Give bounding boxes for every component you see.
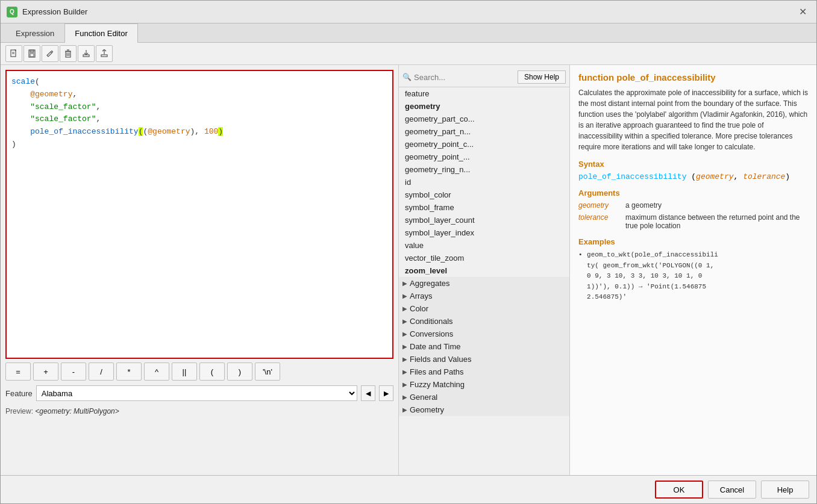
op-close-paren[interactable]: ) bbox=[227, 362, 252, 381]
syntax-param-geometry: geometry bbox=[696, 172, 733, 181]
edit-button[interactable] bbox=[42, 45, 58, 62]
fn-symbol-color[interactable]: symbol_color bbox=[399, 188, 569, 201]
new-button[interactable] bbox=[5, 45, 22, 62]
tab-bar: Expression Function Editor bbox=[1, 23, 816, 43]
export-button[interactable] bbox=[96, 45, 113, 62]
chevron-right-icon: ▶ bbox=[402, 343, 407, 350]
cancel-button[interactable]: Cancel bbox=[708, 481, 756, 499]
fn-zoom-level[interactable]: zoom_level bbox=[399, 264, 569, 277]
op-multiply[interactable]: * bbox=[116, 362, 142, 381]
op-minus[interactable]: - bbox=[61, 362, 86, 381]
fn-group-datetime-label: Date and Time bbox=[410, 342, 461, 351]
help-syntax: pole_of_inaccessibility (geometry, toler… bbox=[578, 172, 808, 181]
arg-geometry-desc: a geometry bbox=[625, 201, 662, 210]
fn-group-fuzzy-label: Fuzzy Matching bbox=[410, 380, 465, 389]
op-divide[interactable]: / bbox=[89, 362, 114, 381]
right-panel: function pole_of_inaccessibility Calcula… bbox=[569, 65, 816, 475]
fn-geometry-ring-n[interactable]: geometry_ring_n... bbox=[399, 163, 569, 176]
tab-expression[interactable]: Expression bbox=[5, 23, 64, 43]
tab-function-editor[interactable]: Function Editor bbox=[64, 23, 137, 43]
fn-id[interactable]: id bbox=[399, 176, 569, 188]
title-bar: Q Expression Builder ✕ bbox=[1, 1, 816, 23]
code-line-3: "scale_factor", bbox=[11, 101, 387, 114]
expression-builder-dialog: Q Expression Builder ✕ Expression Functi… bbox=[0, 0, 817, 504]
search-input[interactable] bbox=[414, 70, 515, 84]
toolbar bbox=[1, 43, 816, 65]
svg-rect-5 bbox=[30, 54, 34, 57]
arg-tolerance-desc: maximum distance between the returned po… bbox=[625, 213, 808, 230]
fn-symbol-layer-count[interactable]: symbol_layer_count bbox=[399, 214, 569, 226]
fn-geometry-point-c[interactable]: geometry_point_c... bbox=[399, 138, 569, 151]
fn-group-files-label: Files and Paths bbox=[410, 367, 464, 376]
preview-label: Preview: bbox=[5, 407, 33, 415]
svg-rect-14 bbox=[101, 55, 107, 57]
ok-button[interactable]: OK bbox=[655, 481, 703, 499]
preview-row: Preview: <geometry: MultiPolygon> bbox=[5, 406, 393, 417]
help-arguments-label: Arguments bbox=[578, 188, 808, 198]
op-newline[interactable]: '\n' bbox=[255, 362, 280, 381]
chevron-right-icon: ▶ bbox=[402, 318, 407, 325]
feature-row: Feature Alabama Feature 2 ◀ ▶ bbox=[5, 384, 393, 402]
fn-vector-tile-zoom[interactable]: vector_tile_zoom bbox=[399, 252, 569, 264]
fn-group-conditionals[interactable]: ▶ Conditionals bbox=[399, 315, 569, 328]
chevron-right-icon: ▶ bbox=[402, 305, 407, 312]
op-open-paren[interactable]: ( bbox=[199, 362, 225, 381]
help-function-title: function pole_of_inaccessibility bbox=[578, 72, 808, 82]
left-panel: scale( @geometry, "scale_factor", "scale… bbox=[1, 65, 398, 475]
import-button[interactable] bbox=[78, 45, 95, 62]
fn-symbol-layer-index[interactable]: symbol_layer_index bbox=[399, 226, 569, 239]
code-line-6: ) bbox=[11, 138, 387, 151]
fn-group-conversions[interactable]: ▶ Conversions bbox=[399, 328, 569, 340]
chevron-right-icon: ▶ bbox=[402, 406, 407, 413]
fn-value[interactable]: value bbox=[399, 239, 569, 252]
operator-row: = + - / * ^ || ( ) '\n' bbox=[5, 362, 393, 381]
fn-symbol-frame[interactable]: symbol_frame bbox=[399, 201, 569, 214]
function-list[interactable]: feature geometry geometry_part_co... geo… bbox=[399, 87, 569, 473]
chevron-right-icon: ▶ bbox=[402, 331, 407, 337]
fn-group-arrays[interactable]: ▶ Arrays bbox=[399, 290, 569, 302]
delete-button[interactable] bbox=[60, 45, 77, 62]
fn-group-aggregates-label: Aggregates bbox=[410, 279, 450, 288]
fn-group-fields-label: Fields and Values bbox=[410, 355, 471, 364]
code-line-5: pole_of_inaccessibility((@geometry), 100… bbox=[11, 126, 387, 138]
fn-group-general[interactable]: ▶ General bbox=[399, 391, 569, 403]
close-button[interactable]: ✕ bbox=[795, 5, 810, 19]
fn-geometry-point[interactable]: geometry_point_... bbox=[399, 151, 569, 163]
fn-geometry-part-n[interactable]: geometry_part_n... bbox=[399, 125, 569, 138]
chevron-right-icon: ▶ bbox=[402, 280, 407, 287]
fn-geometry-part-co[interactable]: geometry_part_co... bbox=[399, 113, 569, 125]
help-button[interactable]: Help bbox=[761, 481, 809, 499]
op-caret[interactable]: ^ bbox=[144, 362, 169, 381]
chevron-right-icon: ▶ bbox=[402, 356, 407, 362]
fn-group-color-label: Color bbox=[410, 304, 428, 313]
arg-tolerance-row: tolerance maximum distance between the r… bbox=[578, 213, 808, 230]
chevron-right-icon: ▶ bbox=[402, 293, 407, 299]
save-button[interactable] bbox=[23, 45, 40, 62]
fn-feature[interactable]: feature bbox=[399, 87, 569, 100]
fn-group-geometry[interactable]: ▶ Geometry bbox=[399, 403, 569, 416]
fn-group-color[interactable]: ▶ Color bbox=[399, 302, 569, 315]
fn-group-datetime[interactable]: ▶ Date and Time bbox=[399, 340, 569, 353]
code-editor[interactable]: scale( @geometry, "scale_factor", "scale… bbox=[5, 70, 393, 359]
op-equals[interactable]: = bbox=[5, 362, 31, 381]
help-syntax-label: Syntax bbox=[578, 160, 808, 169]
args-table: geometry a geometry tolerance maximum di… bbox=[578, 201, 808, 230]
arg-geometry-row: geometry a geometry bbox=[578, 201, 808, 210]
help-examples-label: Examples bbox=[578, 237, 808, 246]
fn-group-aggregates[interactable]: ▶ Aggregates bbox=[399, 277, 569, 290]
feature-select[interactable]: Alabama Feature 2 bbox=[36, 385, 357, 401]
help-description: Calculates the approximate pole of inacc… bbox=[578, 87, 808, 152]
bottom-bar: OK Cancel Help bbox=[1, 475, 816, 503]
next-feature-button[interactable]: ▶ bbox=[379, 385, 393, 401]
fn-group-fields[interactable]: ▶ Fields and Values bbox=[399, 353, 569, 366]
show-help-button[interactable]: Show Help bbox=[518, 70, 566, 84]
dialog-title: Expression Builder bbox=[22, 7, 795, 16]
fn-group-files[interactable]: ▶ Files and Paths bbox=[399, 366, 569, 378]
prev-feature-button[interactable]: ◀ bbox=[361, 385, 375, 401]
fn-group-fuzzy[interactable]: ▶ Fuzzy Matching bbox=[399, 378, 569, 391]
op-concat[interactable]: || bbox=[172, 362, 197, 381]
fn-geometry[interactable]: geometry bbox=[399, 100, 569, 113]
arg-geometry-name: geometry bbox=[578, 201, 621, 210]
op-plus[interactable]: + bbox=[33, 362, 58, 381]
fn-group-geometry-label: Geometry bbox=[410, 405, 444, 414]
